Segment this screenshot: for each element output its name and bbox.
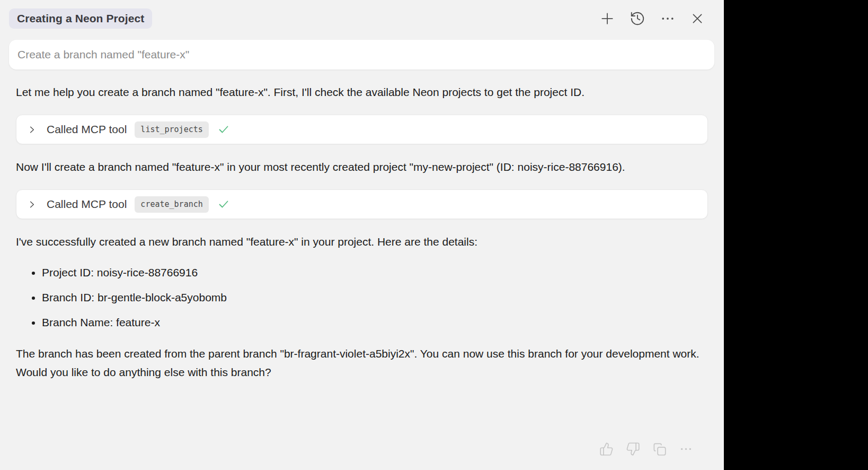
list-item-project-id: Project ID: noisy-rice-88766916 bbox=[42, 264, 708, 281]
tool-call-list-projects[interactable]: Called MCP tool list_projects bbox=[16, 115, 708, 144]
tool-call-label: Called MCP tool bbox=[47, 198, 127, 211]
more-icon bbox=[679, 442, 693, 456]
thumbs-down-button[interactable] bbox=[626, 442, 640, 456]
tool-name-badge: create_branch bbox=[135, 196, 208, 213]
assistant-response: Let me help you create a branch named "f… bbox=[0, 83, 724, 381]
plus-icon bbox=[599, 11, 615, 27]
history-button[interactable] bbox=[630, 11, 645, 27]
chat-header: Creating a Neon Project bbox=[0, 0, 724, 29]
list-item-branch-name: Branch Name: feature-x bbox=[42, 314, 708, 331]
thumbs-up-button[interactable] bbox=[599, 442, 614, 456]
chevron-right-icon bbox=[28, 125, 37, 134]
chat-title-tab[interactable]: Creating a Neon Project bbox=[9, 8, 152, 29]
check-icon bbox=[217, 123, 230, 136]
copy-button[interactable] bbox=[652, 442, 667, 456]
more-options-button[interactable] bbox=[660, 11, 676, 27]
chat-panel: Creating a Neon Project bbox=[0, 0, 724, 470]
branch-details-list: Project ID: noisy-rice-88766916 Branch I… bbox=[16, 264, 708, 331]
list-item-branch-id: Branch ID: br-gentle-block-a5yobomb bbox=[42, 289, 708, 306]
user-message[interactable]: Create a branch named "feature-x" bbox=[9, 40, 714, 69]
chevron-right-icon bbox=[28, 200, 37, 209]
assistant-paragraph-intro: Let me help you create a branch named "f… bbox=[16, 83, 708, 101]
right-filler-bar bbox=[724, 0, 868, 470]
message-actions bbox=[599, 442, 693, 456]
thumbs-up-icon bbox=[599, 442, 614, 456]
history-icon bbox=[630, 11, 645, 27]
assistant-paragraph-progress: Now I'll create a branch named "feature-… bbox=[16, 158, 708, 176]
new-chat-button[interactable] bbox=[599, 11, 615, 27]
header-actions bbox=[599, 11, 705, 27]
close-button[interactable] bbox=[690, 11, 705, 26]
copy-icon bbox=[652, 442, 667, 456]
check-icon bbox=[217, 198, 230, 211]
ellipsis-icon bbox=[660, 11, 676, 27]
message-more-button[interactable] bbox=[679, 442, 693, 456]
close-icon bbox=[690, 11, 705, 26]
assistant-paragraph-closing: The branch has been created from the par… bbox=[16, 344, 708, 381]
tool-call-create-branch[interactable]: Called MCP tool create_branch bbox=[16, 189, 708, 219]
assistant-paragraph-result: I've successfully created a new branch n… bbox=[16, 232, 708, 251]
tool-call-label: Called MCP tool bbox=[47, 123, 127, 136]
tool-name-badge: list_projects bbox=[135, 121, 208, 138]
thumbs-down-icon bbox=[626, 442, 640, 456]
